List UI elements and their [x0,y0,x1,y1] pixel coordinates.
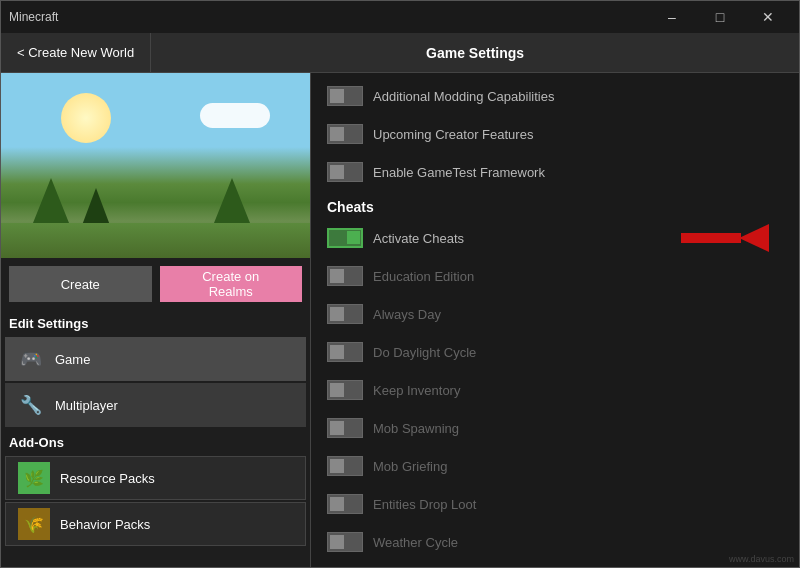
toggle-track [327,456,363,476]
create-button[interactable]: Create [9,266,152,302]
edit-settings-label: Edit Settings [1,310,310,335]
additional-modding-label: Additional Modding Capabilities [373,89,783,104]
behavior-packs-icon: 🌾 [18,508,50,540]
toggle-thumb [330,497,344,511]
daylight-cycle-label: Do Daylight Cycle [373,345,783,360]
toggle-education-edition[interactable] [327,266,363,286]
toggle-additional-modding[interactable] [327,86,363,106]
upcoming-creator-label: Upcoming Creator Features [373,127,783,142]
toggle-mob-griefing[interactable] [327,456,363,476]
setting-row-keep-inventory: Keep Inventory [311,371,799,409]
toggle-thumb [330,383,344,397]
preview-tree-3 [214,178,250,223]
toggle-thumb [330,307,344,321]
preview-sun [61,93,111,143]
setting-row-activate-cheats: Activate Cheats [311,219,799,257]
setting-row-additional-modding: Additional Modding Capabilities [311,77,799,115]
right-panel: Additional Modding Capabilities Upcoming… [311,73,799,568]
preview-ground [1,223,310,258]
toggle-weather-cycle[interactable] [327,532,363,552]
minimize-button[interactable]: – [649,1,695,33]
setting-row-always-day: Always Day [311,295,799,333]
red-arrow-indicator [681,224,769,252]
keep-inventory-label: Keep Inventory [373,383,783,398]
app-header: < Create New World Game Settings [1,33,799,73]
multiplayer-icon: 🔧 [17,391,45,419]
back-button[interactable]: < Create New World [1,33,151,73]
mob-spawning-label: Mob Spawning [373,421,783,436]
setting-row-education-edition: Education Edition [311,257,799,295]
toggle-mob-spawning[interactable] [327,418,363,438]
toggle-track [327,86,363,106]
weather-cycle-label: Weather Cycle [373,535,783,550]
toggle-thumb [330,165,344,179]
toggle-track [327,494,363,514]
addons-label: Add-Ons [1,429,310,454]
toggle-thumb [330,535,344,549]
toggle-track-active [327,228,363,248]
resource-packs-icon: 🌿 [18,462,50,494]
maximize-button[interactable]: □ [697,1,743,33]
action-buttons: Create Create onRealms [1,258,310,310]
setting-row-mob-griefing: Mob Griefing [311,447,799,485]
toggle-thumb [330,127,344,141]
nav-item-resource-packs[interactable]: 🌿 Resource Packs [5,456,306,500]
arrow-body [681,233,741,243]
nav-item-behavior-packs[interactable]: 🌾 Behavior Packs [5,502,306,546]
nav-item-game[interactable]: 🎮 Game [5,337,306,381]
toggle-track [327,266,363,286]
app-title: Minecraft [9,10,649,24]
create-realms-button[interactable]: Create onRealms [160,266,303,302]
toggle-activate-cheats[interactable] [327,228,363,248]
gametest-label: Enable GameTest Framework [373,165,783,180]
toggle-upcoming-creator[interactable] [327,124,363,144]
settings-list: Additional Modding Capabilities Upcoming… [311,73,799,568]
toggle-daylight-cycle[interactable] [327,342,363,362]
setting-row-mob-spawning: Mob Spawning [311,409,799,447]
main-content: Create Create onRealms Edit Settings 🎮 G… [1,73,799,568]
toggle-thumb [330,459,344,473]
setting-row-gametest: Enable GameTest Framework [311,153,799,191]
preview-tree-1 [31,178,71,228]
toggle-thumb [330,345,344,359]
toggle-thumb [330,89,344,103]
behavior-packs-label: Behavior Packs [60,517,150,532]
resource-packs-label: Resource Packs [60,471,155,486]
title-bar: Minecraft – □ ✕ [1,1,799,33]
toggle-keep-inventory[interactable] [327,380,363,400]
toggle-gametest[interactable] [327,162,363,182]
toggle-track [327,418,363,438]
toggle-thumb [330,421,344,435]
toggle-track [327,162,363,182]
left-panel: Create Create onRealms Edit Settings 🎮 G… [1,73,311,568]
mob-griefing-label: Mob Griefing [373,459,783,474]
entities-drop-loot-label: Entities Drop Loot [373,497,783,512]
education-edition-label: Education Edition [373,269,783,284]
toggle-entities-drop-loot[interactable] [327,494,363,514]
always-day-label: Always Day [373,307,783,322]
world-preview [1,73,310,258]
toggle-thumb [330,269,344,283]
window-controls: – □ ✕ [649,1,791,33]
toggle-track [327,532,363,552]
cheats-section-label: Cheats [311,191,799,219]
red-arrow [739,224,769,252]
nav-item-multiplayer[interactable]: 🔧 Multiplayer [5,383,306,427]
preview-tree-2 [81,188,111,228]
nav-multiplayer-label: Multiplayer [55,398,118,413]
toggle-thumb-active [347,231,360,244]
page-title: Game Settings [151,45,799,61]
toggle-track [327,342,363,362]
preview-cloud [200,103,270,128]
close-button[interactable]: ✕ [745,1,791,33]
setting-row-command-blocks: Command Blocks Enabled [311,561,799,568]
setting-row-entities-drop-loot: Entities Drop Loot [311,485,799,523]
setting-row-weather-cycle: Weather Cycle [311,523,799,561]
game-icon: 🎮 [17,345,45,373]
toggle-always-day[interactable] [327,304,363,324]
watermark: www.davus.com [729,554,794,564]
toggle-track [327,380,363,400]
toggle-track [327,304,363,324]
setting-row-upcoming-creator: Upcoming Creator Features [311,115,799,153]
setting-row-daylight-cycle: Do Daylight Cycle [311,333,799,371]
